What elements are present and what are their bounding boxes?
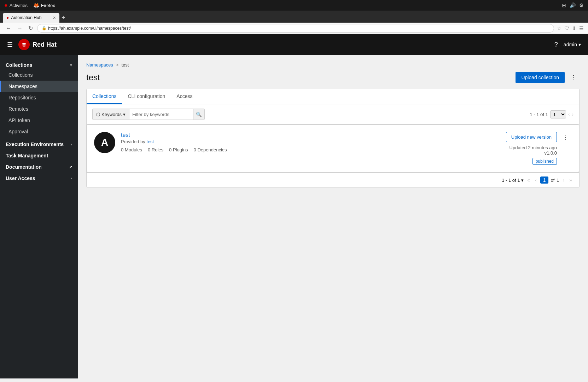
- sidebar-item-remotes[interactable]: Remotes: [0, 103, 78, 115]
- tab-access[interactable]: Access: [171, 89, 198, 104]
- header-right: ? admin ▾: [554, 41, 581, 48]
- collection-actions: Upload new version Updated 2 minutes ago…: [506, 132, 572, 165]
- filter-keywords-dropdown[interactable]: ⬡ Keywords ▾ 🔍: [92, 109, 205, 120]
- modules-stat: 0 Modules: [121, 147, 142, 152]
- tab-favicon: ●: [6, 15, 9, 20]
- page-kebab-menu-button[interactable]: ⋮: [567, 72, 580, 83]
- reload-button[interactable]: ↻: [27, 25, 34, 31]
- tab-collections[interactable]: Collections: [87, 89, 122, 104]
- url-text: https://ah.example.com/ui/namespaces/tes…: [48, 26, 131, 31]
- upload-collection-button[interactable]: Upload collection: [516, 72, 565, 83]
- shield-icon[interactable]: 🛡: [564, 25, 569, 31]
- address-bar: ← → ↻ 🔒 https://ah.example.com/ui/namesp…: [0, 23, 588, 34]
- sidebar-section-documentation[interactable]: Documentation ↗: [0, 160, 78, 171]
- filter-keywords-input[interactable]: [129, 109, 193, 120]
- forward-button[interactable]: →: [16, 25, 24, 31]
- filter-bar: ⬡ Keywords ▾ 🔍 1 - 1 of 1 1 10 20: [87, 104, 579, 125]
- firefox-label[interactable]: 🦊 Firefox: [33, 2, 55, 8]
- sidebar-item-repositories[interactable]: Repositories: [0, 92, 78, 103]
- collection-stats: 0 Modules 0 Roles 0 Plugins 0: [121, 147, 500, 152]
- pagination-current-page[interactable]: 1: [540, 176, 549, 184]
- speaker-icon: 🔊: [570, 2, 576, 8]
- keywords-chevron-icon: ▾: [123, 112, 126, 117]
- search-icon: 🔍: [196, 112, 202, 117]
- browser-actions: ☆ 🛡 ⬇ ☰: [557, 25, 584, 31]
- pagination-prev-button[interactable]: ‹: [568, 111, 570, 117]
- os-bar-right: ⊞ 🔊 ⚙: [562, 2, 584, 8]
- sidebar-section-task-management[interactable]: Task Management: [0, 149, 78, 160]
- filter-search-button[interactable]: 🔍: [193, 109, 204, 120]
- sidebar-item-api-token[interactable]: API token: [0, 115, 78, 126]
- breadcrumb-namespaces-link[interactable]: Namespaces: [86, 62, 113, 68]
- sidebar-item-collections[interactable]: Collections: [0, 69, 78, 81]
- sidebar-item-namespaces[interactable]: Namespaces: [0, 81, 78, 92]
- tab-cli-configuration[interactable]: CLI configuration: [122, 89, 171, 104]
- activities-label[interactable]: ● Activities: [4, 2, 28, 8]
- sidebar: Collections ▾ Collections Namespaces Rep…: [0, 55, 78, 378]
- menu-icon[interactable]: ☰: [579, 25, 584, 31]
- hamburger-menu-button[interactable]: ☰: [7, 41, 13, 48]
- bottom-per-page-chevron-icon: ▾: [521, 178, 524, 183]
- tabs: Collections CLI configuration Access: [87, 89, 579, 104]
- collection-card: A test Provided by test 0 Modules: [87, 125, 579, 172]
- pagination-of-label: of: [551, 178, 554, 183]
- bottom-pagination: 1 - 1 of 1 ▾ « ‹ 1 of 1 › »: [87, 173, 579, 187]
- download-icon[interactable]: ⬇: [572, 25, 576, 31]
- collection-info: test Provided by test 0 Modules 0 Roles: [121, 132, 500, 152]
- pagination-prev-page-button[interactable]: ‹: [534, 176, 538, 184]
- roles-stat: 0 Roles: [148, 147, 163, 152]
- collection-provided-by: Provided by test: [121, 139, 500, 144]
- bookmark-icon[interactable]: ☆: [557, 25, 561, 31]
- collection-logo-letter: A: [101, 137, 108, 148]
- new-tab-button[interactable]: +: [59, 13, 68, 23]
- collection-updated: Updated 2 minutes ago: [506, 145, 557, 150]
- dependencies-stat: 0 Dependencies: [194, 147, 227, 152]
- username: admin: [564, 42, 577, 47]
- pagination-next-page-button[interactable]: ›: [561, 176, 566, 184]
- status-badge: published: [532, 158, 557, 165]
- page-content: Namespaces > test test Upload collection…: [78, 55, 588, 378]
- sidebar-section-execution-environments[interactable]: Execution Environments ›: [0, 137, 78, 149]
- lock-icon: 🔒: [42, 26, 47, 30]
- settings-icon: ⚙: [579, 2, 584, 8]
- upload-new-version-button[interactable]: Upload new version: [506, 132, 557, 142]
- filter-icon: ⬡: [96, 112, 100, 117]
- keywords-label[interactable]: ⬡ Keywords ▾: [93, 109, 129, 120]
- breadcrumb-current: test: [121, 62, 129, 68]
- firefox-icon: 🦊: [33, 2, 39, 8]
- collections-chevron-icon: ▾: [70, 63, 72, 68]
- collection-name-link[interactable]: test: [121, 132, 500, 138]
- filter-pagination: 1 - 1 of 1 1 10 20 ‹ ›: [530, 110, 574, 118]
- sidebar-section-collections[interactable]: Collections ▾: [0, 58, 78, 69]
- pagination-per-page-select[interactable]: 1 10 20: [550, 110, 566, 118]
- pagination-first-button[interactable]: «: [526, 176, 531, 184]
- brand-text: Red Hat: [33, 41, 57, 48]
- user-chevron-icon: ▾: [578, 42, 581, 47]
- collection-namespace-link[interactable]: test: [146, 139, 154, 144]
- help-button[interactable]: ?: [554, 41, 558, 48]
- tab-close-button[interactable]: ✕: [53, 16, 56, 20]
- back-button[interactable]: ←: [4, 25, 13, 31]
- pagination-last-button[interactable]: »: [568, 176, 574, 184]
- pagination-next-button[interactable]: ›: [572, 111, 574, 117]
- browser-tab[interactable]: ● Automation Hub ✕: [3, 13, 59, 23]
- url-bar[interactable]: 🔒 https://ah.example.com/ui/namespaces/t…: [37, 24, 554, 33]
- execution-environments-chevron-icon: ›: [71, 142, 72, 146]
- pagination-total-pages: 1: [557, 178, 559, 183]
- user-menu-button[interactable]: admin ▾: [564, 42, 581, 47]
- collection-kebab-menu-button[interactable]: ⋮: [560, 132, 572, 143]
- user-access-chevron-icon: ›: [71, 176, 72, 180]
- sidebar-item-approval[interactable]: Approval: [0, 126, 78, 137]
- breadcrumb-separator: >: [116, 62, 119, 68]
- grid-icon: ⊞: [562, 2, 566, 8]
- page-title: test: [86, 73, 100, 82]
- collection-logo: A: [94, 132, 115, 153]
- collection-version: v1.0.0: [506, 150, 557, 156]
- os-bar: ● Activities 🦊 Firefox ⊞ 🔊 ⚙: [0, 0, 588, 11]
- main-layout: Collections ▾ Collections Namespaces Rep…: [0, 55, 588, 378]
- sidebar-section-user-access[interactable]: User Access ›: [0, 171, 78, 183]
- activities-dot: ●: [4, 2, 8, 8]
- breadcrumb: Namespaces > test: [86, 62, 580, 68]
- bottom-pagination-count: 1 - 1 of 1 ▾: [502, 178, 524, 183]
- collection-meta: Updated 2 minutes ago v1.0.0 published: [506, 145, 557, 165]
